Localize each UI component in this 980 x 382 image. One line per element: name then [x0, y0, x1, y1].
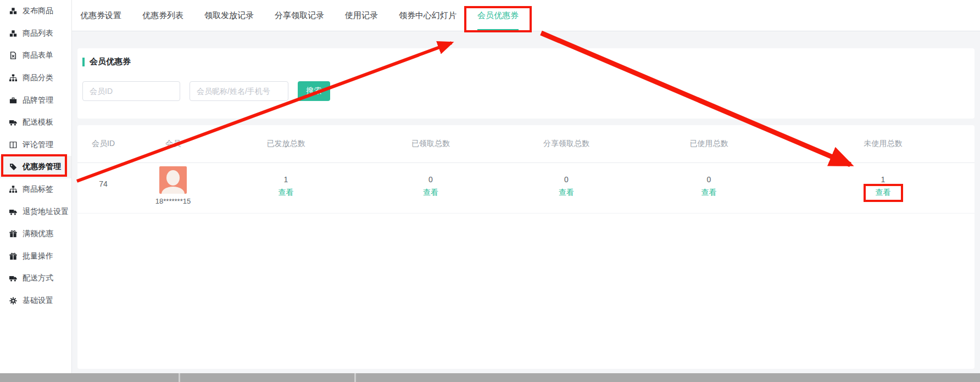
cubes-icon: [9, 7, 17, 15]
search-button[interactable]: 搜索: [298, 81, 330, 101]
member-coupon-table: 会员ID 会员 已发放总数 已领取总数 分享领取总数 已使用总数 未使用总数 7…: [77, 125, 975, 369]
panel-title: 会员优惠券: [82, 57, 131, 67]
tab-label: 会员优惠券: [477, 10, 519, 21]
active-tab-underline: [477, 29, 519, 31]
tab-coupon-list[interactable]: 优惠券列表: [142, 0, 183, 31]
view-received-link[interactable]: 查看: [423, 188, 438, 198]
view-used-link[interactable]: 查看: [701, 188, 717, 198]
col-header-issued-total: 已发放总数: [217, 139, 355, 149]
sidebar-item-return-address-settings[interactable]: 退货地址设置: [0, 200, 71, 223]
sidebar-item-product-form[interactable]: 商品表单: [0, 44, 71, 67]
sidebar: 发布商品 商品列表 商品表单 商品分类 品牌管理 配送模板 评论管理 优惠券管理…: [0, 0, 72, 373]
member-info-input[interactable]: [190, 81, 288, 101]
view-unused-link[interactable]: 查看: [876, 188, 891, 198]
used-total-value: 0: [707, 163, 711, 184]
page-title: 会员优惠券: [90, 57, 131, 67]
truck-icon: [9, 119, 17, 126]
sidebar-item-label: 评论管理: [23, 140, 53, 150]
truck-icon: [9, 274, 17, 282]
tab-label: 优惠券设置: [80, 10, 121, 21]
tab-member-coupons[interactable]: 会员优惠券: [477, 0, 519, 31]
sidebar-item-label: 配送方式: [23, 273, 53, 283]
sidebar-item-label: 批量操作: [23, 251, 53, 261]
tab-share-claim-records[interactable]: 分享领取记录: [275, 0, 324, 31]
sidebar-item-label: 商品列表: [23, 29, 53, 38]
tab-usage-records[interactable]: 使用记录: [345, 0, 378, 31]
sidebar-item-product-list[interactable]: 商品列表: [0, 23, 71, 45]
sidebar-item-delivery-template[interactable]: 配送模板: [0, 111, 71, 134]
member-phone-masked: 18*******15: [155, 197, 191, 205]
tab-label: 分享领取记录: [275, 10, 324, 21]
sidebar-item-delivery-method[interactable]: 配送方式: [0, 267, 71, 290]
unused-total-value: 1: [881, 163, 886, 184]
scrollbar-divider: [354, 373, 356, 382]
sidebar-item-label: 发布商品: [23, 6, 53, 16]
sidebar-item-coupon-management[interactable]: 优惠券管理: [0, 156, 71, 178]
member-avatar: [159, 166, 187, 194]
col-header-unused-total: 未使用总数: [792, 139, 975, 149]
sidebar-item-label: 商品表单: [23, 50, 53, 60]
tag-icon: [9, 163, 17, 171]
tab-label: 领券中心幻灯片: [399, 10, 456, 21]
view-share-received-link[interactable]: 查看: [559, 188, 574, 198]
horizontal-scrollbar[interactable]: [0, 373, 980, 382]
col-header-received-total: 已领取总数: [355, 139, 506, 149]
sidebar-item-label: 配送模板: [23, 117, 53, 127]
gift-icon: [9, 252, 17, 260]
sidebar-item-brand-management[interactable]: 品牌管理: [0, 89, 71, 111]
sidebar-item-product-tags[interactable]: 商品标签: [0, 178, 71, 201]
member-coupon-search-panel: 会员优惠券 搜索: [77, 48, 975, 119]
file-icon: [9, 52, 17, 59]
sidebar-item-label: 基础设置: [23, 296, 53, 306]
member-id-value: 74: [99, 163, 108, 188]
sidebar-item-label: 商品分类: [23, 73, 53, 83]
member-id-input[interactable]: [82, 81, 180, 101]
sidebar-item-publish-product[interactable]: 发布商品: [0, 0, 71, 23]
table-header-row: 会员ID 会员 已发放总数 已领取总数 分享领取总数 已使用总数 未使用总数: [77, 125, 975, 163]
columns-icon: [9, 141, 17, 149]
gift-icon: [9, 230, 17, 238]
col-header-member: 会员: [129, 139, 217, 149]
tab-label: 领取发放记录: [204, 10, 254, 21]
title-accent-bar: [82, 58, 85, 66]
sidebar-item-full-amount-discount[interactable]: 满额优惠: [0, 223, 71, 245]
col-header-member-id: 会员ID: [77, 139, 129, 149]
sidebar-item-product-category[interactable]: 商品分类: [0, 67, 71, 89]
sidebar-item-label: 优惠券管理: [23, 162, 61, 172]
sidebar-item-label: 满额优惠: [23, 229, 53, 239]
truck-icon: [9, 208, 17, 216]
scrollbar-divider: [179, 373, 180, 382]
sidebar-item-basic-settings[interactable]: 基础设置: [0, 290, 71, 312]
col-header-used-total: 已使用总数: [626, 139, 792, 149]
sidebar-item-label: 品牌管理: [23, 96, 53, 105]
sidebar-item-label: 退货地址设置: [23, 207, 69, 217]
tab-label: 使用记录: [345, 10, 378, 21]
briefcase-icon: [9, 97, 17, 104]
sitemap-icon: [9, 74, 17, 82]
view-issued-link[interactable]: 查看: [279, 188, 294, 198]
tab-coupon-center-slides[interactable]: 领券中心幻灯片: [399, 0, 456, 31]
sidebar-item-comment-management[interactable]: 评论管理: [0, 134, 71, 156]
cubes-icon: [9, 30, 17, 37]
coupon-tab-bar: 优惠券设置 优惠券列表 领取发放记录 分享领取记录 使用记录 领券中心幻灯片 会…: [72, 0, 980, 31]
tab-label: 优惠券列表: [142, 10, 183, 21]
gear-icon: [9, 297, 17, 305]
sidebar-item-label: 商品标签: [23, 184, 53, 194]
share-received-total-value: 0: [564, 163, 569, 184]
avatar-person-icon: [166, 170, 180, 186]
issued-total-value: 1: [284, 163, 288, 184]
received-total-value: 0: [428, 163, 433, 184]
tab-coupon-settings[interactable]: 优惠券设置: [80, 0, 121, 31]
col-header-share-received-total: 分享领取总数: [506, 139, 626, 149]
tab-claim-issue-records[interactable]: 领取发放记录: [204, 0, 254, 31]
sidebar-item-batch-operations[interactable]: 批量操作: [0, 245, 71, 268]
table-row: 74 18*******15 1 查看 0 查看 0 查看 0 查看 1 查看: [77, 163, 975, 214]
sitemap-icon: [9, 186, 17, 193]
